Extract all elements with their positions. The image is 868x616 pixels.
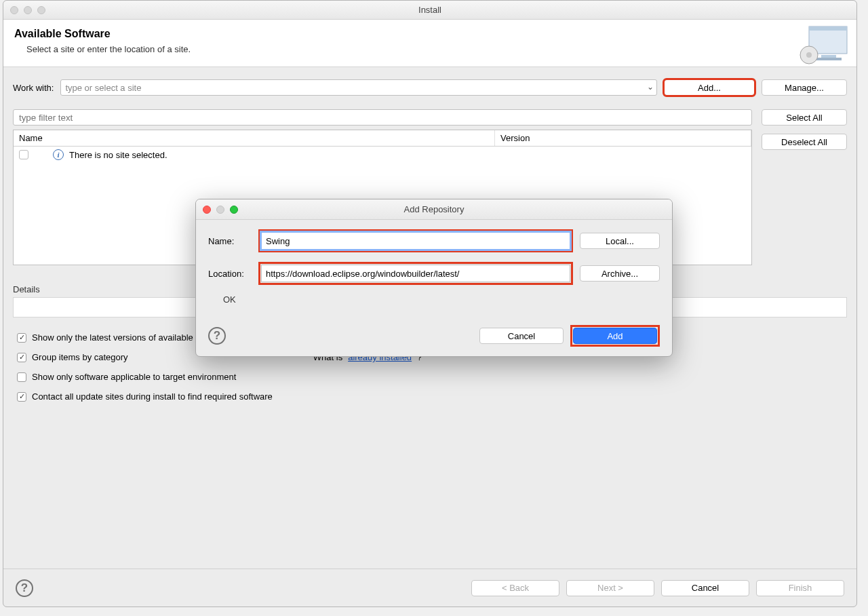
work-with-placeholder: type or select a site (65, 83, 141, 93)
dialog-help-icon[interactable]: ? (208, 327, 226, 345)
opt-contact-sites[interactable]: Contact all update sites during install … (17, 391, 273, 402)
svg-rect-3 (816, 58, 842, 60)
column-version[interactable]: Version (495, 130, 751, 146)
add-site-button[interactable]: Add... (664, 79, 755, 96)
next-button: Next > (566, 580, 654, 596)
dialog-add-button[interactable]: Add (573, 328, 657, 344)
dialog-cancel-button[interactable]: Cancel (479, 328, 564, 344)
window-title: Install (3, 5, 856, 15)
select-all-button[interactable]: Select All (762, 109, 847, 126)
checkbox-icon (17, 333, 26, 343)
add-repository-dialog: Add Repository Name: Local... Location: … (195, 199, 673, 357)
install-wizard-icon (798, 24, 851, 66)
page-subtitle: Select a site or enter the location of a… (14, 44, 846, 54)
svg-rect-2 (821, 55, 836, 58)
empty-message: There is no site selected. (69, 150, 167, 160)
chevron-down-icon: ⌄ (647, 82, 654, 92)
svg-point-5 (806, 52, 812, 58)
wizard-header: Available Software Select a site or ente… (3, 20, 856, 67)
finish-button: Finish (756, 580, 844, 596)
status-ok: OK (208, 294, 660, 305)
dialog-titlebar: Add Repository (196, 199, 672, 220)
filter-input[interactable] (13, 109, 752, 126)
repo-name-input[interactable] (261, 232, 570, 250)
archive-button[interactable]: Archive... (580, 265, 660, 282)
work-with-combo[interactable]: type or select a site ⌄ (60, 79, 657, 96)
page-title: Available Software (14, 28, 846, 40)
repo-location-input[interactable] (261, 265, 570, 282)
row-checkbox[interactable] (19, 150, 28, 159)
work-with-label: Work with: (13, 83, 54, 93)
work-with-row: Work with: type or select a site ⌄ Add..… (3, 67, 856, 100)
checkbox-icon (17, 372, 26, 382)
help-icon[interactable]: ? (16, 579, 33, 597)
wizard-footer: ? < Back Next > Cancel Finish (3, 569, 856, 607)
svg-rect-1 (809, 26, 847, 31)
name-label: Name: (208, 236, 252, 246)
checkbox-icon (17, 353, 26, 362)
table-header: Name Version (14, 130, 751, 147)
info-icon: i (53, 149, 64, 160)
dialog-title: Add Repository (196, 204, 672, 214)
local-button[interactable]: Local... (580, 233, 660, 249)
column-name[interactable]: Name (14, 130, 495, 146)
back-button: < Back (471, 580, 559, 596)
checkbox-icon (17, 392, 26, 402)
location-label: Location: (208, 269, 252, 279)
deselect-all-button[interactable]: Deselect All (762, 134, 847, 150)
cancel-button[interactable]: Cancel (661, 580, 749, 596)
table-row: i There is no site selected. (14, 147, 751, 163)
opt-target-env[interactable]: Show only software applicable to target … (17, 372, 273, 382)
manage-sites-button[interactable]: Manage... (762, 79, 847, 96)
window-titlebar: Install (3, 1, 856, 20)
